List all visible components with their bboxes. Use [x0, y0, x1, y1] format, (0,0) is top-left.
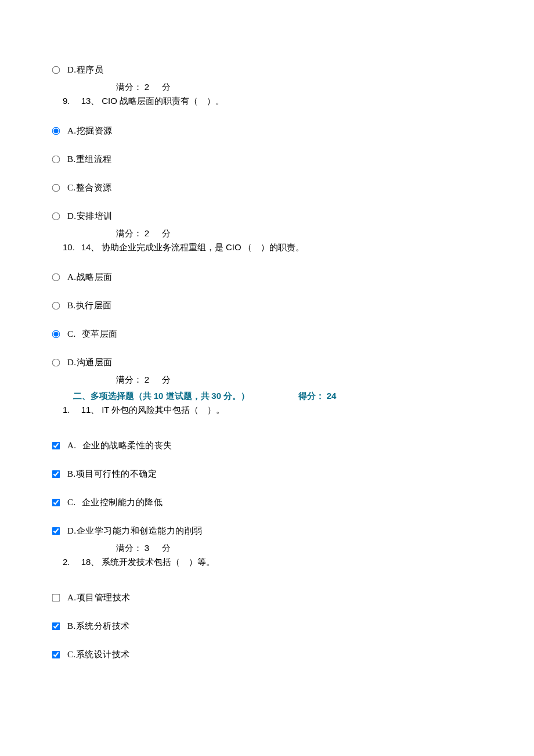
score-prefix: 满分：	[116, 229, 142, 238]
option-text: 挖掘资源	[77, 125, 113, 137]
radio-icon[interactable]	[52, 156, 66, 163]
checkbox-icon[interactable]	[52, 622, 66, 630]
radio-input[interactable]	[52, 213, 60, 221]
option-letter: C.	[67, 496, 76, 509]
section-title-b: 道试题，共	[166, 391, 210, 401]
checkbox-icon[interactable]	[52, 470, 66, 478]
option-letter: C.	[67, 182, 76, 194]
question-index: 10.	[63, 241, 79, 253]
question-number: 11、	[81, 405, 100, 415]
score-suffix: 分	[162, 375, 171, 384]
radio-icon[interactable]	[52, 330, 66, 338]
section-2-header: 二、多项选择题（共 10 道试题，共 30 分。） 得分： 24	[73, 390, 482, 402]
radio-icon[interactable]	[52, 302, 66, 309]
section-count: 10	[154, 391, 166, 401]
radio-input[interactable]	[52, 156, 60, 164]
radio-icon[interactable]	[52, 359, 66, 366]
score-suffix: 分	[162, 229, 171, 238]
score-line: 满分： 3 分	[116, 542, 482, 555]
question-stem-b: 外包的风险其中包括（ ）。	[111, 405, 225, 415]
score-value: 2	[145, 82, 149, 92]
checkbox-icon[interactable]	[52, 594, 66, 602]
radio-input[interactable]	[52, 184, 60, 192]
radio-input[interactable]	[52, 359, 60, 367]
question-stem-a: 协助企业完成业务流程重组，是	[102, 243, 223, 252]
checkbox-icon[interactable]	[52, 651, 66, 658]
radio-icon[interactable]	[52, 184, 66, 192]
q10-option-a: A. 战略层面	[52, 271, 482, 283]
option-text: 整合资源	[76, 182, 112, 194]
question-index: 1.	[63, 404, 79, 416]
option-letter: D.	[67, 64, 77, 76]
q-prev-option-d: D. 程序员	[52, 64, 482, 76]
checkbox-icon[interactable]	[52, 499, 66, 506]
section-points: 30	[211, 391, 223, 401]
q9-option-c: C. 整合资源	[52, 182, 482, 194]
checkbox-input[interactable]	[52, 470, 60, 478]
question-stem: 系统开发技术包括（ ）等。	[102, 557, 215, 567]
option-text: 变革层面	[82, 328, 118, 340]
option-text: 系统设计技术	[76, 649, 130, 661]
option-letter: A.	[67, 592, 77, 604]
option-letter: C.	[67, 328, 76, 340]
checkbox-icon[interactable]	[52, 527, 66, 535]
mq1-option-b: B. 项目可行性的不确定	[52, 468, 482, 480]
mq1-option-a: A. 企业的战略柔性的丧失	[52, 440, 482, 452]
option-text: 沟通层面	[77, 357, 113, 369]
radio-input[interactable]	[52, 127, 60, 135]
mq2-option-a: A. 项目管理技术	[52, 592, 482, 604]
score-line: 满分： 2 分	[116, 81, 482, 93]
section-title-c: 分。）	[223, 391, 250, 401]
option-text: 项目可行性的不确定	[76, 468, 157, 480]
radio-icon[interactable]	[52, 213, 66, 220]
option-letter: B.	[67, 620, 76, 632]
question-stem-a: CIO	[102, 96, 120, 106]
checkbox-input[interactable]	[52, 651, 60, 659]
option-text: 企业学习能力和创造能力的削弱	[77, 525, 203, 537]
question-index: 2.	[63, 556, 79, 568]
checkbox-input[interactable]	[52, 594, 60, 602]
radio-input[interactable]	[52, 330, 60, 339]
mq2-option-b: B. 系统分析技术	[52, 620, 482, 632]
question-stem-c: （ ）的职责。	[243, 243, 304, 252]
option-letter: B.	[67, 153, 76, 165]
option-letter: A.	[67, 440, 77, 452]
radio-icon[interactable]	[52, 127, 66, 135]
q10-option-d: D. 沟通层面	[52, 357, 482, 369]
score-value: 3	[145, 543, 149, 553]
radio-input[interactable]	[52, 66, 60, 74]
radio-icon[interactable]	[52, 273, 66, 281]
multi-question-1: 1. 11、 IT 外包的风险其中包括（ ）。	[63, 404, 482, 416]
option-letter: D.	[67, 210, 77, 222]
q10-option-b: B. 执行层面	[52, 300, 482, 312]
q9-option-d: D. 安排培训	[52, 210, 482, 222]
option-letter: D.	[67, 357, 77, 369]
option-letter: C.	[67, 649, 76, 661]
radio-input[interactable]	[52, 273, 60, 282]
option-letter: A.	[67, 125, 77, 137]
question-10: 10. 14、 协助企业完成业务流程重组，是 CIO （ ）的职责。	[63, 241, 482, 254]
checkbox-icon[interactable]	[52, 442, 66, 449]
question-9: 9. 13、 CIO 战略层面的职责有（ ）。	[63, 95, 482, 107]
question-number: 14、	[81, 242, 100, 252]
score-line: 满分： 2 分	[116, 227, 482, 240]
question-stem-b: 战略层面的职责有（ ）。	[120, 96, 224, 106]
section-score-label: 得分：	[298, 391, 324, 401]
radio-icon[interactable]	[52, 66, 66, 74]
checkbox-input[interactable]	[52, 622, 60, 631]
radio-input[interactable]	[52, 302, 60, 310]
score-prefix: 满分：	[116, 543, 142, 553]
checkbox-input[interactable]	[52, 442, 60, 450]
score-suffix: 分	[162, 543, 171, 553]
multi-question-2: 2. 18、 系统开发技术包括（ ）等。	[63, 556, 482, 568]
score-prefix: 满分：	[116, 82, 142, 92]
mq1-option-d: D. 企业学习能力和创造能力的削弱	[52, 525, 482, 537]
checkbox-input[interactable]	[52, 527, 60, 535]
question-number: 13、	[81, 96, 100, 106]
section-title-a: 二、多项选择题（共	[73, 391, 151, 401]
q9-option-b: B. 重组流程	[52, 153, 482, 165]
checkbox-input[interactable]	[52, 499, 60, 507]
score-prefix: 满分：	[116, 375, 142, 384]
option-letter: A.	[67, 271, 77, 283]
option-text: 重组流程	[76, 153, 112, 165]
